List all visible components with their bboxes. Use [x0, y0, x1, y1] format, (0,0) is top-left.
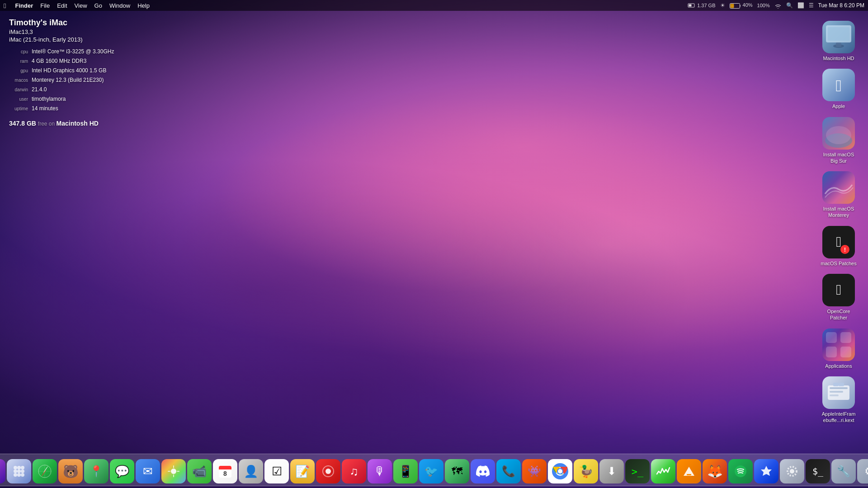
svg-point-63	[326, 469, 331, 474]
dock-generic1[interactable]: 🔧	[831, 459, 856, 483]
desktop-icon-opencore[interactable]:  OpenCorePatcher	[814, 271, 863, 324]
dock-messages[interactable]: 💬	[110, 459, 134, 483]
menubar-finder[interactable]: Finder	[15, 2, 33, 9]
svg-point-68	[558, 469, 562, 474]
sysinfo-uptime-row: uptime 14 minutes	[9, 104, 114, 113]
svg-point-45	[21, 469, 24, 473]
menubar-view[interactable]: View	[75, 2, 87, 9]
desktop-icon-macintosh-hd[interactable]: Macintosh HD	[814, 18, 863, 64]
sysinfo-ram-label: ram	[9, 58, 28, 65]
desktop-icon-applications[interactable]: Applications	[814, 326, 863, 372]
svg-text:8: 8	[223, 470, 227, 477]
menubar-go[interactable]: Go	[94, 2, 102, 9]
svg-point-42	[21, 466, 24, 469]
dock-spotify[interactable]	[728, 459, 753, 483]
sysinfo-disk: 347.8 GB free on Macintosh HD	[9, 120, 114, 127]
dock-chrome[interactable]	[548, 459, 572, 483]
desktop-icon-monterey[interactable]: Install macOSMonterey	[814, 169, 863, 221]
menubar-storage: 1.37 GB	[688, 3, 715, 9]
svg-rect-28	[833, 383, 839, 386]
sysinfo-gpu-value: Intel HD Graphics 4000 1.5 GB	[32, 66, 106, 75]
svg-rect-61	[219, 468, 231, 469]
svg-text:: 	[836, 234, 841, 250]
sysinfo-title: Timothy's iMac	[9, 18, 114, 28]
desktop-icon-apple[interactable]:  Apple	[814, 66, 863, 112]
svg-point-72	[790, 469, 794, 474]
svg-rect-22	[826, 332, 837, 343]
svg-text:: 	[835, 76, 841, 95]
svg-rect-6	[828, 27, 849, 41]
dock-siri[interactable]	[0, 459, 5, 483]
sysinfo-user-label: user	[9, 96, 28, 103]
desktop-icon-macos-patches[interactable]:  ! macOS Patches	[814, 223, 863, 269]
menubar-siri-icon[interactable]: ⬜	[797, 2, 804, 9]
svg-rect-24	[826, 347, 837, 357]
dock-pocketcasts[interactable]	[316, 459, 340, 483]
dock-app6[interactable]: 📍	[84, 459, 108, 483]
system-info: Timothy's iMac iMac13,3 iMac (21.5-inch,…	[9, 18, 114, 127]
desktop-icon-macos-patches-label: macOS Patches	[821, 260, 856, 267]
dock-maps[interactable]: 🗺	[445, 459, 469, 483]
dock-reddit[interactable]: 👾	[522, 459, 547, 483]
menubar-help[interactable]: Help	[137, 2, 150, 9]
sysinfo-ram-row: ram 4 GB 1600 MHz DDR3	[9, 57, 114, 65]
sysinfo-ram-value: 4 GB 1600 MHz DDR3	[32, 57, 86, 65]
sysinfo-disk-free: 347.8 GB	[9, 120, 36, 127]
svg-point-54	[171, 469, 176, 474]
dock-contacts[interactable]: 👤	[239, 459, 263, 483]
menubar-search-icon[interactable]: 🔍	[786, 2, 793, 9]
sysinfo-macos-label: macos	[9, 77, 28, 84]
dock-discord[interactable]	[471, 459, 495, 483]
dock-cyberduck[interactable]: 🦆	[574, 459, 598, 483]
dock-podcasts[interactable]: 🎙	[368, 459, 392, 483]
dock-twitter[interactable]: 🐦	[419, 459, 443, 483]
dock-firefox[interactable]: 🦊	[703, 459, 727, 483]
svg-rect-58	[177, 471, 179, 472]
desktop-icon-bigsur-label: Install macOSBig Sur	[823, 151, 854, 164]
apple-menu[interactable]: 	[4, 2, 6, 9]
dock-notes[interactable]: 📝	[290, 459, 315, 483]
dock: 🐻 📍 💬 ✉	[0, 454, 868, 486]
menubar-file[interactable]: File	[40, 2, 50, 9]
dock-photos[interactable]	[161, 459, 186, 483]
dock-preferences[interactable]	[780, 459, 804, 483]
sysinfo-gpu-label: gpu	[9, 67, 28, 74]
sysinfo-cpu-row: cpu Intel® Core™ i3-3225 @ 3.30GHz	[9, 47, 114, 56]
dock-terminal[interactable]: $_	[806, 459, 830, 483]
dock-music[interactable]: ♫	[342, 459, 366, 483]
dock-bear[interactable]: 🐻	[58, 459, 83, 483]
sysinfo-darwin-row: darwin 21.4.0	[9, 85, 114, 94]
menubar-brightness-icon[interactable]: ☀	[720, 2, 725, 9]
dock-facetime[interactable]: 📹	[187, 459, 212, 483]
svg-rect-25	[840, 347, 851, 357]
svg-rect-55	[173, 465, 174, 468]
menubar-notification-icon[interactable]: ☰	[809, 2, 814, 9]
dock-safari[interactable]	[33, 459, 57, 483]
menubar-battery-icon[interactable]: 40%	[730, 2, 753, 8]
dock-skype[interactable]: 📞	[496, 459, 521, 483]
desktop-icon-opencore-label: OpenCorePatcher	[827, 308, 850, 321]
sysinfo-darwin-value: 21.4.0	[32, 85, 47, 94]
dock-reminders[interactable]: ☑	[264, 459, 289, 483]
svg-rect-57	[168, 471, 170, 472]
dock-vlc[interactable]	[677, 459, 701, 483]
menubar-wifi-icon[interactable]	[774, 2, 782, 9]
dock-generic2[interactable]: ⚙	[857, 459, 868, 483]
desktop-icon-monterey-label: Install macOSMonterey	[823, 206, 854, 219]
sysinfo-user-value: timothylamora	[32, 95, 66, 103]
dock-appstore[interactable]	[754, 459, 778, 483]
desktop-icon-bigsur[interactable]: Install macOSBig Sur	[814, 114, 863, 167]
svg-rect-56	[173, 474, 174, 477]
dock-mail[interactable]: ✉	[136, 459, 160, 483]
desktop-icon-kext[interactable]: AppleIntelFramebuffe...ri.kext	[814, 374, 863, 427]
dock-transmission[interactable]: ⬇	[599, 459, 624, 483]
dock-launchpad[interactable]	[7, 459, 31, 483]
menubar-window[interactable]: Window	[109, 2, 130, 9]
menubar-edit[interactable]: Edit	[57, 2, 67, 9]
dock-app17[interactable]: 📱	[393, 459, 418, 483]
svg-rect-29	[839, 383, 844, 386]
dock-iterm[interactable]: >_	[625, 459, 650, 483]
svg-rect-8	[836, 42, 841, 47]
dock-activity-monitor[interactable]	[651, 459, 675, 483]
dock-calendar[interactable]: 8	[213, 459, 237, 483]
